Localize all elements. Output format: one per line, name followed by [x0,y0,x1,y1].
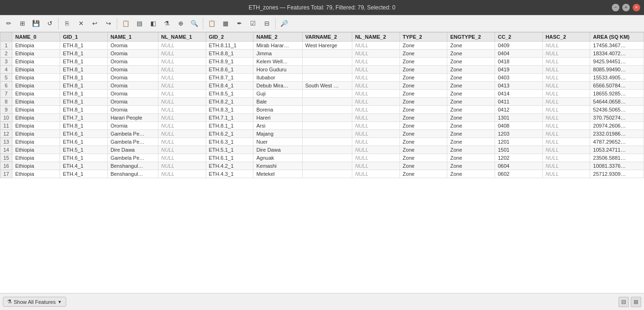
row-number: 9 [0,106,12,114]
clipboard-icon[interactable]: 📋 [205,17,218,30]
cell-cc2: 0411 [495,98,542,106]
cell-engtype2: Zone [447,58,495,66]
cell-cc2: 0419 [495,66,542,74]
cell-name0: Ethiopia [12,98,60,106]
cell-area: 20974.2606… [590,122,644,130]
cell-nlname1: NULL [158,82,206,90]
table-row[interactable]: 13EthiopiaETH.6_1Gambela Pe…NULLETH.6.3_… [0,138,644,146]
save-icon[interactable]: 💾 [29,17,43,30]
table-row[interactable]: 9EthiopiaETH.8_1OromiaNULLETH.8.3_1Boren… [0,106,644,114]
table-row[interactable]: 4EthiopiaETH.8_1OromiaNULLETH.8.6_1Horo … [0,66,644,74]
cell-name0: Ethiopia [12,170,60,178]
table-icon[interactable]: ⊞ [16,17,29,30]
table-row[interactable]: 3EthiopiaETH.8_1OromiaNULLETH.8.9_1Kelem… [0,58,644,66]
filter-icon[interactable]: ⚗ [160,17,174,30]
table-row[interactable]: 10EthiopiaETH.7_1Harari PeopleNULLETH.7.… [0,114,644,122]
shrink-icon[interactable]: ⊟ [618,297,629,307]
cell-gid2: ETH.6.1_1 [206,154,253,162]
col-header-nlname1[interactable]: NL_NAME_1 [158,33,206,42]
table-row[interactable]: 14EthiopiaETH.5_1Dire DawaNULLETH.5.1_1D… [0,146,644,154]
cell-name1: Gambela Pe… [107,130,158,138]
cell-cc2: 0602 [495,170,542,178]
cell-area: 6566.50784… [590,82,644,90]
cell-gid2: ETH.7.1_1 [206,114,253,122]
delete-icon[interactable]: ✕ [74,17,87,30]
col-header-type2[interactable]: TYPE_2 [400,33,447,42]
cell-gid2: ETH.8.8_1 [206,50,253,58]
cell-name1: Oromia [107,66,158,74]
table-row[interactable]: 11EthiopiaETH.8_1OromiaNULLETH.8.1_1Arsi… [0,122,644,130]
cell-nlname1: NULL [158,50,206,58]
cell-varname2 [302,154,352,162]
cell-engtype2: Zone [447,98,495,106]
cell-hasc2: NULL [542,98,590,106]
table-container[interactable]: NAME_0 GID_1 NAME_1 NL_NAME_1 GID_2 NAME… [0,32,644,293]
table-row[interactable]: 6EthiopiaETH.8_1OromiaNULLETH.8.4_1Debub… [0,82,644,90]
paste-icon[interactable]: 📋 [119,17,132,30]
cell-gid2: ETH.8.11_1 [206,42,253,50]
col-header-gid2[interactable]: GID_2 [206,33,253,42]
table-row[interactable]: 5EthiopiaETH.8_1OromiaNULLETH.8.7_1Iluba… [0,74,644,82]
zoom-icon[interactable]: 🔍 [188,17,201,30]
col-header-nlname2[interactable]: NL_NAME_2 [352,33,400,42]
col-header-name0[interactable]: NAME_0 [12,33,60,42]
col-header-cc2[interactable]: CC_2 [495,33,542,42]
row-number: 17 [0,170,12,178]
table-row[interactable]: 7EthiopiaETH.8_1OromiaNULLETH.8.5_1GujiN… [0,90,644,98]
cell-varname2 [302,66,352,74]
cell-nlname2: NULL [352,130,400,138]
cell-varname2 [302,106,352,114]
cell-area: 18655.9285… [590,90,644,98]
cell-nlname2: NULL [352,58,400,66]
cell-name2: Metekel [253,170,302,178]
main-content: NAME_0 GID_1 NAME_1 NL_NAME_1 GID_2 NAME… [0,32,644,293]
cell-type2: Zone [400,74,447,82]
cell-nlname2: NULL [352,74,400,82]
edit2-icon[interactable]: ✒ [233,17,246,30]
cell-gid1: ETH.6_1 [60,138,107,146]
show-all-features-button[interactable]: ⚗ Show All Features ▼ [3,297,66,307]
table-row[interactable]: 1EthiopiaETH.8_1OromiaNULLETH.8.11_1Mira… [0,42,644,50]
table-row[interactable]: 2EthiopiaETH.8_1OromiaNULLETH.8.8_1Jimma… [0,50,644,58]
zoom2-icon[interactable]: 🔎 [278,17,291,30]
cell-cc2: 1201 [495,138,542,146]
close-button[interactable]: × [633,4,640,11]
table-row[interactable]: 12EthiopiaETH.6_1Gambela Pe…NULLETH.6.2_… [0,130,644,138]
window-title: ETH_zones — Features Total: 79, Filtered… [249,4,396,11]
col-header-area[interactable]: AREA (SQ KM) [590,33,644,42]
toolbar-separator-1 [58,18,59,29]
move-icon[interactable]: ⊕ [174,17,187,30]
grid-icon[interactable]: ▦ [219,17,232,30]
cell-name1: Harari People [107,114,158,122]
table-row[interactable]: 8EthiopiaETH.8_1OromiaNULLETH.8.2_1BaleN… [0,98,644,106]
select-icon[interactable]: ◧ [147,17,160,30]
col-header-name2[interactable]: NAME_2 [253,33,302,42]
cell-name2: Horo Guduru [253,66,302,74]
table-row[interactable]: 16EthiopiaETH.4_1Benshangul…NULLETH.4.2_… [0,162,644,170]
table-row[interactable]: 15EthiopiaETH.6_1Gambela Pe…NULLETH.6.1_… [0,154,644,162]
col-header-varname2[interactable]: VARNAME_2 [302,33,352,42]
table2-icon[interactable]: ⊟ [260,17,273,30]
copy-icon[interactable]: ⎘ [61,17,74,30]
cell-type2: Zone [400,114,447,122]
undo-icon[interactable]: ↩ [88,17,101,30]
col-header-gid1[interactable]: GID_1 [60,33,107,42]
redo-icon[interactable]: ↪ [102,17,115,30]
col-header-name1[interactable]: NAME_1 [107,33,158,42]
refresh-icon[interactable]: ↺ [43,17,56,30]
minimize-button[interactable]: − [612,4,619,11]
cell-varname2 [302,98,352,106]
expand-icon[interactable]: ⊞ [631,297,641,307]
table-row[interactable]: 17EthiopiaETH.4_1Benshangul…NULLETH.4.3_… [0,170,644,178]
columns-icon[interactable]: ▤ [133,17,146,30]
col-header-engtype2[interactable]: ENGTYPE_2 [447,33,495,42]
maximize-button[interactable]: + [622,4,630,11]
cell-name2: Nuer [253,138,302,146]
check-icon[interactable]: ☑ [246,17,260,30]
edit-icon[interactable]: ✏ [2,17,15,30]
bottom-icons: ⊟ ⊞ [618,297,641,307]
cell-varname2 [302,170,352,178]
col-header-hasc2[interactable]: HASC_2 [542,33,590,42]
cell-varname2 [302,74,352,82]
cell-cc2: 0413 [495,82,542,90]
